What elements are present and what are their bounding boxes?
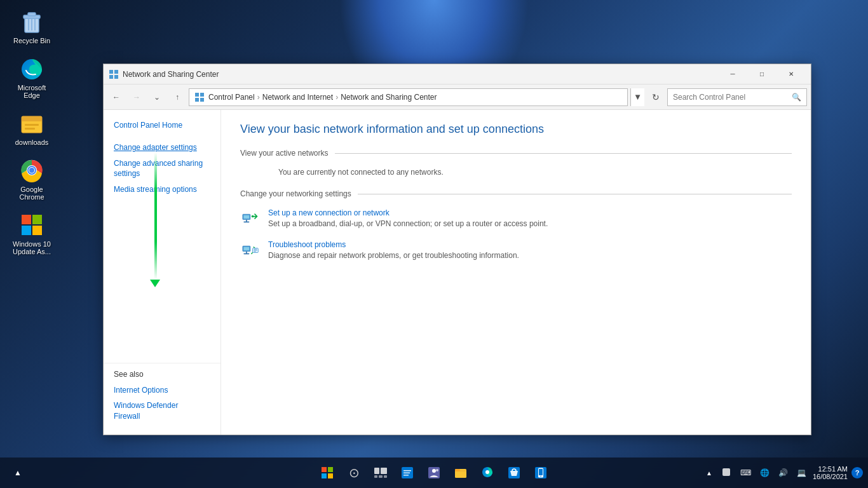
svg-rect-64 [722,468,730,476]
search-input[interactable] [673,93,792,102]
settings-items: Set up a new connection or network Set u… [240,208,792,261]
sidebar-windows-firewall[interactable]: Windows Defender Firewall [114,398,210,424]
tray-keyboard[interactable]: ⌨ [738,467,754,478]
recent-button[interactable]: ⌄ [148,88,166,106]
svg-rect-51 [403,473,410,474]
windows-update-image [19,212,44,238]
new-connection-item: Set up a new connection or network Set u… [240,208,792,229]
no-network-message: You are currently not connected to any n… [240,168,792,177]
troubleshoot-item: Troubleshoot problems Diagnose and repai… [240,240,792,261]
svg-rect-17 [22,226,31,235]
minimize-button[interactable]: ─ [718,64,747,85]
svg-rect-62 [539,469,543,475]
taskbar-time[interactable]: 12:51 AM 16/08/2021 [813,465,848,480]
taskbar-edge-app[interactable] [475,460,500,485]
svg-rect-9 [25,124,39,126]
svg-rect-21 [109,75,113,79]
sidebar-internet-options[interactable]: Internet Options [114,383,210,398]
sidebar-top: Control Panel Home Change adapter settin… [104,110,220,203]
recycle-bin-icon[interactable]: Recycle Bin [6,6,57,47]
svg-rect-2 [28,13,36,16]
svg-rect-41 [328,467,333,472]
desktop-icon-area: Recycle Bin Microsoft Edge [0,0,64,271]
window-title: Network and Sharing Center [123,70,718,79]
svg-rect-42 [322,473,327,478]
chrome-icon[interactable]: Google Chrome [6,155,57,203]
troubleshoot-content: Troubleshoot problems Diagnose and repai… [268,240,519,260]
path-sharing-center[interactable]: Network and Sharing Center [341,93,437,102]
tray-chevron[interactable]: ▲ [703,468,715,478]
svg-rect-44 [374,468,379,474]
sidebar-footer: See also Internet Options Windows Defend… [104,363,220,435]
search-icon[interactable]: 🔍 [792,93,801,102]
downloads-label: downloads [15,139,49,146]
active-networks-section: View your active networks [240,149,792,158]
sidebar-control-panel-home[interactable]: Control Panel Home [104,118,220,133]
content-area: Control Panel Home Change adapter settin… [104,110,811,435]
recycle-bin-image [19,9,44,34]
windows-update-label: Windows 10 Update As... [9,240,55,255]
new-connection-content: Set up a new connection or network Set u… [268,208,548,228]
svg-point-31 [252,215,254,218]
sidebar: Control Panel Home Change adapter settin… [104,110,221,435]
svg-rect-20 [114,70,118,74]
new-connection-link[interactable]: Set up a new connection or network [268,208,548,217]
taskbar-files-app[interactable] [448,460,473,485]
forward-button[interactable]: → [128,88,146,106]
tray-help[interactable]: ? [851,467,863,478]
taskbar-notes-app[interactable] [395,460,420,485]
svg-point-63 [540,476,541,477]
svg-rect-40 [322,467,327,472]
new-connection-icon [240,208,261,229]
path-network-internet[interactable]: Network and Internet [262,93,333,102]
new-connection-desc: Set up a broadband, dial-up, or VPN conn… [268,219,548,228]
sidebar-change-sharing[interactable]: Change advanced sharing settings [104,156,220,182]
back-button[interactable]: ← [107,88,125,106]
window-icon [109,69,119,79]
recycle-bin-label: Recycle Bin [13,37,50,44]
tray-volume[interactable]: 🔊 [776,467,790,478]
edge-image [19,56,44,81]
svg-rect-19 [109,70,113,74]
svg-rect-52 [403,475,409,476]
windows-update-icon[interactable]: Windows 10 Update As... [6,210,57,258]
sidebar-change-adapter[interactable]: Change adapter settings [104,140,220,156]
troubleshoot-icon [240,240,261,261]
taskbar-chevron[interactable]: ▲ [5,460,31,485]
downloads-icon[interactable]: downloads [6,108,57,149]
clock-time: 12:51 AM [813,465,848,473]
desktop: Recycle Bin Microsoft Edge [0,0,868,488]
taskbar-phone-app[interactable] [528,460,553,485]
page-title: View your basic network information and … [240,123,792,136]
microsoft-edge-icon[interactable]: Microsoft Edge [6,53,57,102]
sidebar-media-streaming[interactable]: Media streaming options [104,182,220,198]
svg-rect-24 [200,93,204,97]
clock-date: 16/08/2021 [813,473,848,480]
taskbar-search-button[interactable]: ⊙ [341,460,367,485]
section-line-2 [358,194,792,194]
up-button[interactable]: ↑ [168,88,186,106]
maximize-button[interactable]: □ [747,64,776,85]
address-dropdown-button[interactable]: ▼ [630,88,644,106]
task-view-button[interactable] [368,460,393,485]
tray-touch[interactable] [719,466,734,480]
start-button[interactable] [315,460,340,485]
svg-rect-33 [244,247,250,250]
taskbar-store-app[interactable] [501,460,527,485]
edge-label: Microsoft Edge [9,84,55,99]
troubleshoot-link[interactable]: Troubleshoot problems [268,240,519,249]
close-button[interactable]: ✕ [776,64,806,85]
svg-rect-30 [244,221,250,222]
tray-network[interactable]: 🌐 [757,467,772,478]
taskbar-left: ▲ [5,460,31,485]
svg-point-58 [485,470,489,474]
taskbar-teams-app[interactable] [421,460,447,485]
refresh-button[interactable]: ↻ [647,88,665,106]
tray-battery[interactable]: 💻 [794,467,809,478]
search-box[interactable]: 🔍 [667,88,807,106]
active-networks-label: View your active networks [240,149,329,158]
path-control-panel[interactable]: Control Panel [208,93,255,102]
address-path[interactable]: Control Panel › Network and Internet › N… [189,88,628,106]
svg-point-55 [436,469,438,471]
svg-rect-25 [195,98,199,102]
